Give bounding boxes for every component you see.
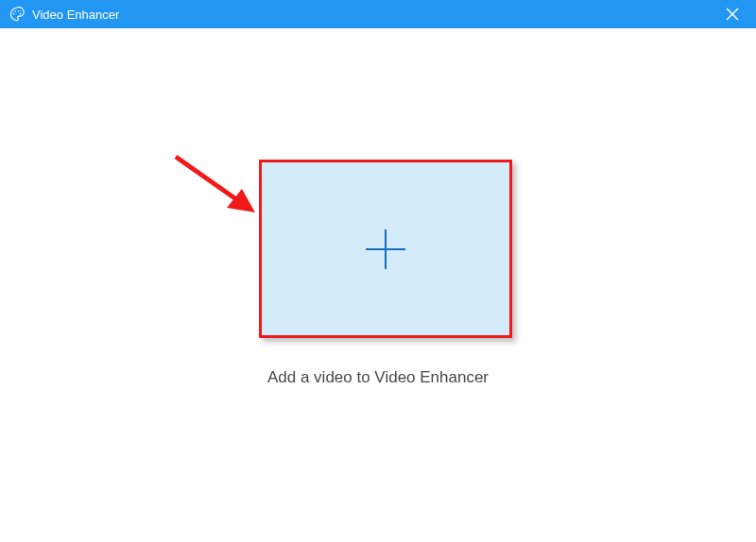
svg-point-2 xyxy=(18,10,20,12)
add-video-dropzone[interactable] xyxy=(259,160,512,338)
close-icon xyxy=(726,8,739,21)
main-content: Add a video to Video Enhancer xyxy=(0,28,756,542)
svg-marker-7 xyxy=(227,189,255,212)
annotation-arrow-icon xyxy=(168,149,263,225)
palette-icon xyxy=(9,7,25,22)
dropzone-caption: Add a video to Video Enhancer xyxy=(0,368,756,387)
svg-line-6 xyxy=(176,157,246,206)
svg-point-3 xyxy=(20,13,22,15)
svg-point-0 xyxy=(13,13,15,15)
plus-icon xyxy=(362,226,409,273)
window-title: Video Enhancer xyxy=(32,8,718,22)
close-button[interactable] xyxy=(718,0,747,28)
titlebar: Video Enhancer xyxy=(0,0,756,28)
svg-point-1 xyxy=(15,10,17,12)
